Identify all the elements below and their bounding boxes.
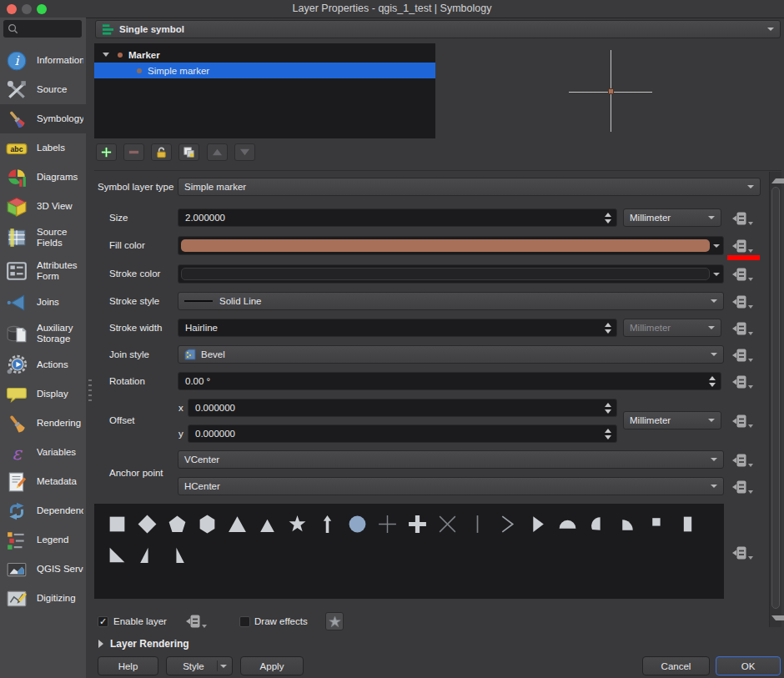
shape-arrowhead[interactable]: [492, 509, 522, 540]
stroke-width-spinner[interactable]: [605, 319, 613, 336]
shape-override-button[interactable]: [731, 544, 751, 561]
sidebar-item-diagrams[interactable]: Diagrams: [0, 163, 86, 192]
sidebar-item-variables[interactable]: εVariables: [0, 438, 86, 467]
shape-equilateral-triangle[interactable]: [252, 509, 282, 540]
shape-semicircle[interactable]: [552, 509, 582, 540]
move-up-button[interactable]: [207, 143, 228, 161]
effects-customize-button[interactable]: [325, 612, 344, 630]
sidebar-item-rendering[interactable]: Rendering: [0, 409, 86, 438]
renderer-dropdown[interactable]: Single symbol: [95, 20, 781, 38]
offset-unit-dropdown[interactable]: Millimeter: [623, 411, 721, 429]
shape-third-circle[interactable]: [582, 509, 612, 540]
shape-triangle[interactable]: [222, 509, 252, 540]
sidebar-item-symbology[interactable]: Symbology: [0, 104, 86, 133]
stroke-color-button[interactable]: [178, 264, 724, 284]
shape-arrow[interactable]: [312, 509, 342, 540]
rotation-spinner[interactable]: [709, 373, 717, 389]
sidebar-item-qgis-server[interactable]: QGIS Server: [0, 555, 86, 584]
shape-quarter-square[interactable]: [642, 509, 672, 540]
layer-rendering-header[interactable]: Layer Rendering: [110, 638, 189, 650]
size-unit-dropdown[interactable]: Millimeter: [623, 208, 721, 227]
rotation-override-button[interactable]: [731, 373, 751, 390]
add-symbol-layer-button[interactable]: [96, 143, 117, 161]
search-input[interactable]: [3, 20, 82, 38]
duplicate-symbol-layer-button[interactable]: [178, 143, 199, 161]
tree-item-simple-marker[interactable]: Simple marker: [94, 63, 435, 78]
shape-pentagon[interactable]: [162, 509, 192, 540]
offset-y-input[interactable]: 0.000000: [188, 424, 617, 443]
join-style-override-button[interactable]: [731, 346, 751, 364]
cancel-button[interactable]: Cancel: [642, 656, 710, 675]
shape-circle-selected[interactable]: [342, 509, 372, 540]
fill-color-button[interactable]: [178, 236, 724, 255]
sidebar-item-dependencies[interactable]: Dependencies: [0, 496, 86, 525]
shape-cross[interactable]: [372, 509, 402, 540]
shape-square[interactable]: [102, 509, 132, 540]
shape-right-half-triangle[interactable]: [132, 540, 162, 570]
sidebar-item-metadata[interactable]: Metadata: [0, 467, 86, 496]
ok-button[interactable]: OK: [716, 656, 781, 675]
sidebar-item-auxiliary-storage[interactable]: Auxiliary Storage: [0, 317, 86, 350]
scroll-down-icon[interactable]: [771, 615, 784, 620]
size-input[interactable]: 2.000000: [178, 208, 617, 227]
properties-scrollbar[interactable]: [769, 172, 781, 627]
sidebar-item-source-fields[interactable]: Source Fields: [0, 221, 86, 254]
sidebar-item-actions[interactable]: Actions: [0, 350, 86, 379]
scrollbar-thumb[interactable]: [771, 187, 780, 609]
shape-hexagon[interactable]: [192, 509, 222, 540]
shape-diamond[interactable]: [132, 509, 162, 540]
shape-left-half-triangle[interactable]: [162, 540, 192, 570]
tree-item-marker[interactable]: Marker: [94, 47, 435, 63]
style-button[interactable]: Style: [166, 656, 233, 675]
sidebar-item-labels[interactable]: abcLabels: [0, 133, 86, 163]
help-button[interactable]: Help: [98, 656, 158, 675]
anchor-horizontal-override-button[interactable]: [731, 478, 751, 495]
shape-line[interactable]: [462, 509, 492, 540]
offset-override-button[interactable]: [731, 412, 751, 429]
remove-symbol-layer-button[interactable]: [123, 143, 144, 161]
join-style-dropdown[interactable]: Bevel: [178, 345, 724, 364]
sidebar-item-information[interactable]: iInformation: [0, 46, 86, 75]
shape-half-square[interactable]: [672, 509, 702, 540]
anchor-horizontal-dropdown[interactable]: HCenter: [178, 477, 724, 495]
enable-layer-override-button[interactable]: [185, 612, 205, 630]
scroll-up-icon[interactable]: [771, 178, 784, 183]
move-down-button[interactable]: [234, 143, 255, 161]
stroke-color-override-button[interactable]: [731, 265, 751, 283]
enable-layer-checkbox[interactable]: ✓: [98, 616, 108, 627]
layer-rendering-expand-icon[interactable]: [98, 640, 103, 648]
shape-quarter-circle[interactable]: [612, 509, 642, 540]
stroke-width-override-button[interactable]: [731, 319, 751, 337]
lock-colors-button[interactable]: [151, 143, 172, 161]
sidebar-item-display[interactable]: Display: [0, 379, 86, 409]
fill-color-override-button[interactable]: [731, 237, 751, 254]
draw-effects-checkbox[interactable]: [239, 616, 250, 627]
shape-cross-fill[interactable]: [402, 509, 432, 540]
symbol-layer-type-dropdown[interactable]: Simple marker: [178, 178, 761, 196]
rotation-input[interactable]: 0.00 °: [178, 372, 721, 390]
sidebar-item-3d-view[interactable]: 3D View: [0, 192, 86, 221]
offset-x-input[interactable]: 0.000000: [188, 399, 617, 417]
shape-cross2[interactable]: [432, 509, 462, 540]
stroke-style-dropdown[interactable]: Solid Line: [178, 292, 724, 310]
shape-filled-arrowhead[interactable]: [522, 509, 552, 540]
sidebar-item-legend[interactable]: Legend: [0, 525, 86, 555]
anchor-vertical-override-button[interactable]: [731, 451, 751, 469]
expand-arrow-icon[interactable]: [103, 53, 109, 57]
offset-y-spinner[interactable]: [605, 425, 613, 442]
apply-button[interactable]: Apply: [240, 656, 304, 675]
anchor-vertical-dropdown[interactable]: VCenter: [178, 450, 724, 469]
sidebar-item-digitizing[interactable]: Digitizing: [0, 584, 86, 613]
sidebar-item-source[interactable]: Source: [0, 75, 86, 104]
sidebar-item-joins[interactable]: Joins: [0, 288, 86, 317]
size-override-button[interactable]: [731, 209, 751, 227]
stroke-width-input[interactable]: Hairline: [178, 319, 617, 337]
offset-x-spinner[interactable]: [605, 399, 613, 416]
stroke-style-override-button[interactable]: [731, 293, 751, 310]
shape-diagonal-half-square[interactable]: [102, 540, 132, 570]
panel-splitter-handle[interactable]: [88, 379, 92, 403]
shape-star[interactable]: [282, 509, 312, 540]
size-spinner[interactable]: [605, 209, 613, 226]
sidebar-item-attributes-form[interactable]: Attributes Form: [0, 254, 86, 288]
stroke-width-unit-dropdown[interactable]: Millimeter: [623, 319, 721, 337]
